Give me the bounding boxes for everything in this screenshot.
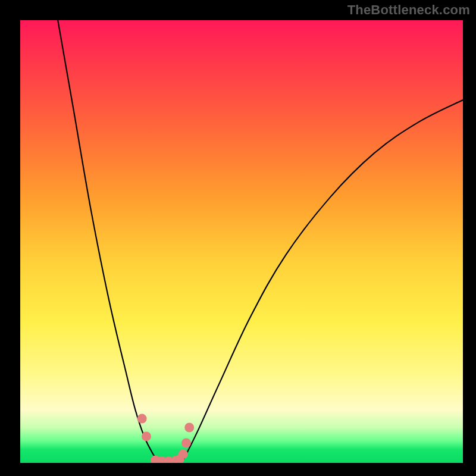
curve-left — [58, 20, 159, 463]
curve-right — [182, 100, 463, 463]
chart-frame: TheBottleneck.com — [0, 0, 476, 476]
sweet-spot-dot — [137, 414, 147, 424]
sweet-spot-dot — [184, 423, 194, 433]
sweet-spot-dot — [142, 431, 151, 441]
sweet-spot-dot — [178, 449, 188, 459]
watermark-label: TheBottleneck.com — [347, 2, 470, 18]
sweet-spot-dot — [181, 439, 191, 448]
plot-area — [20, 20, 463, 463]
curve-svg — [20, 20, 463, 463]
sweet-spot-dots — [137, 414, 195, 463]
